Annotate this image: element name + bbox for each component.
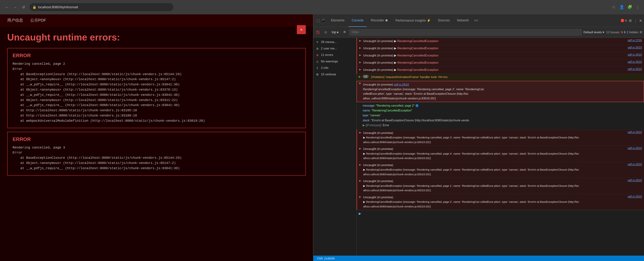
expand-arrow-8[interactable]: ▶ <box>359 131 362 134</box>
msg-source-8[interactable]: pdf.js:2610 <box>620 131 642 134</box>
msg-source-1[interactable]: pdf.js:2155 <box>620 39 642 42</box>
tab-network[interactable]: Network <box>454 14 472 27</box>
console-message-12[interactable]: ▶ Uncaught (in promise) ▶ RenderingCance… <box>356 194 644 210</box>
issues-badge-red: 🔴 6 <box>620 19 627 22</box>
expand-arrow-5[interactable]: ▶ <box>359 68 362 71</box>
msg-content-10: Uncaught (in promise) ▶ RenderingCancell… <box>363 163 619 177</box>
device-icon[interactable]: 📱 <box>321 18 326 23</box>
sidebar-item-label-user: 2 user me... <box>321 47 337 50</box>
expand-arrow-expanded[interactable]: ▶ <box>359 83 362 85</box>
error-icon: ⊗ <box>316 53 319 57</box>
error-label-1: ERROR <box>12 53 300 58</box>
messages-icon: ≡ <box>316 40 319 44</box>
tab-recorder[interactable]: Recorder ⏺ <box>368 14 392 27</box>
issues-info-badge: 6 <box>624 30 626 34</box>
page-title: Uncaught runtime errors: <box>0 26 313 46</box>
extension-icon[interactable]: 🧩 <box>627 4 632 10</box>
msg-content-violation: [Violation] 'requestAnimationFrame' hand… <box>371 75 642 79</box>
more-options-icon[interactable]: ⋮ <box>634 18 637 23</box>
expand-arrow-10[interactable]: ▶ <box>359 163 362 166</box>
settings-icon[interactable]: ⚙ <box>629 18 632 23</box>
tab-performance[interactable]: Performance insights ⚡ <box>392 14 434 27</box>
address-bar[interactable]: 🔒 localhost:8080/hlyInfo/small <box>30 3 174 11</box>
sidebar-item-errors[interactable]: ⊗ 11 errors <box>313 52 356 58</box>
clear-console-button[interactable]: 🚫 <box>315 29 321 35</box>
console-message-8[interactable]: ▶ Uncaught (in promise) ▶ RenderingCance… <box>356 130 644 146</box>
detail-stack: stack: "Error\n at BaseExceptionClosure … <box>363 118 642 123</box>
bookmark-icon[interactable]: ☆ <box>611 4 617 10</box>
devtools-panel: ⬚ 📱 Elements Console Recorder ⏺ Performa… <box>313 14 644 261</box>
console-message-9[interactable]: ▶ Uncaught (in promise) ▶ RenderingCance… <box>356 146 644 162</box>
page-nav: 用户信息 公示PDF <box>0 14 313 26</box>
msg-content-2: Uncaught (in promise) ▶ RenderingCancell… <box>363 46 619 51</box>
filter-toggle-button[interactable]: ⊙ <box>323 29 328 35</box>
expand-arrow-violation[interactable]: ▶ <box>359 75 361 78</box>
tab-console[interactable]: Console <box>348 14 367 27</box>
msg-source-9[interactable]: pdf.js:2610 <box>620 147 642 150</box>
sidebar-item-label-info: 2 info <box>321 66 328 70</box>
context-dropdown[interactable]: top ▾ <box>330 30 340 35</box>
expanded-details: message: "Rendering cancelled, page 2" 🔵… <box>356 102 644 130</box>
msg-source-4[interactable]: pdf.js:2610 <box>620 60 642 64</box>
settings-icon-2[interactable]: ⚙ <box>640 30 642 34</box>
issues-label: 12 Issues: <box>606 30 620 34</box>
close-devtools-icon[interactable]: ✕ <box>639 18 642 23</box>
console-message-5[interactable]: ▶ Uncaught (in promise) ▶ RenderingCance… <box>356 66 644 74</box>
expand-arrow-2[interactable]: ▶ <box>359 46 362 49</box>
forward-button[interactable]: → <box>12 4 18 10</box>
verbose-icon: ⚙ <box>316 73 319 76</box>
default-levels-dropdown[interactable]: Default levels ▾ <box>584 30 604 34</box>
browser-actions: ☆ 👤 🧩 ⋮ <box>611 4 640 10</box>
expand-arrow-3[interactable]: ▶ <box>359 53 362 56</box>
sidebar-item-label-warnings: No warnings <box>321 60 338 63</box>
expand-arrow-1[interactable]: ▶ <box>359 39 362 42</box>
sidebar-item-verbose[interactable]: ⚙ 15 verbose <box>313 71 356 78</box>
console-message-2[interactable]: ▶ Uncaught (in promise) ▶ RenderingCance… <box>356 45 644 52</box>
console-message-expanded[interactable]: ▶ Uncaught (in promise) pdf.js:2610 Rend… <box>356 81 644 102</box>
expand-arrow-11[interactable]: ▶ <box>359 179 362 182</box>
console-message-violation[interactable]: ▶ 15 [Violation] 'requestAnimationFrame'… <box>356 74 644 81</box>
expand-arrow-4[interactable]: ▶ <box>359 60 362 64</box>
expand-arrow-12[interactable]: ▶ <box>359 195 362 198</box>
console-prompt[interactable]: ▶ <box>356 210 644 217</box>
detail-message: message: "Rendering cancelled, page 2" 🔵 <box>363 103 642 108</box>
msg-source-5[interactable]: pdf.js:2610 <box>620 68 642 71</box>
console-message-3[interactable]: ▶ Uncaught (in promise) ▶ RenderingCance… <box>356 52 644 59</box>
console-message-4[interactable]: ▶ Uncaught (in promise) ▶ RenderingCance… <box>356 59 644 66</box>
more-tabs-button[interactable]: >> <box>473 19 480 22</box>
sidebar-item-label-verbose: 15 verbose <box>321 73 336 76</box>
msg-source-3[interactable]: pdf.js:2610 <box>620 53 642 56</box>
inspect-icon[interactable]: ⬚ <box>316 18 320 23</box>
msg-source-10[interactable]: pdf.js:2610 <box>620 163 642 166</box>
url-text: localhost:8080/hlyInfo/small <box>38 5 78 9</box>
close-button[interactable]: × <box>297 25 306 34</box>
tab-sources[interactable]: Sources <box>434 14 453 27</box>
nav-item-pdf[interactable]: 公示PDF <box>30 16 46 24</box>
issues-count: 12 Issues: 6 6 2 hidden ⚙ <box>606 30 642 34</box>
msg-content-expanded: Uncaught (in promise) pdf.js:2610 Render… <box>363 82 642 101</box>
tab-elements[interactable]: Elements <box>328 14 348 27</box>
detail-type: type: "canvas" <box>363 113 642 118</box>
error-label-2: ERROR <box>12 136 300 142</box>
back-button[interactable]: ← <box>4 4 10 10</box>
filter-input[interactable] <box>349 29 582 35</box>
devtools-tabs: ⬚ 📱 Elements Console Recorder ⏺ Performa… <box>313 14 644 27</box>
msg-source-2[interactable]: pdf.js:2610 <box>620 46 642 49</box>
console-message-1[interactable]: ▶ Uncaught (in promise) ▶ RenderingCance… <box>356 38 644 45</box>
console-message-11[interactable]: ▶ Uncaught (in promise) ▶ RenderingCance… <box>356 178 644 194</box>
reload-button[interactable]: ↺ <box>20 4 26 10</box>
detail-name: name: "RenderingCancelledException" <box>363 108 642 113</box>
sidebar-item-info[interactable]: ℹ 2 info <box>313 65 356 71</box>
sidebar-item-warnings[interactable]: ⚠ No warnings <box>313 58 356 65</box>
sidebar-item-all-messages[interactable]: ≡ 28 messa... <box>313 39 356 45</box>
menu-icon[interactable]: ⋮ <box>635 4 640 10</box>
profile-icon[interactable]: 👤 <box>619 4 624 10</box>
msg-source-12[interactable]: pdf.js:2610 <box>620 195 642 198</box>
nav-item-users[interactable]: 用户信息 <box>7 16 23 24</box>
eye-icon-button[interactable]: 👁 <box>342 29 348 35</box>
msg-source-11[interactable]: pdf.js:2610 <box>620 179 642 182</box>
detail-proto[interactable]: ▶ [[Prototype]]: Error <box>363 123 642 128</box>
sidebar-item-user-messages[interactable]: ⊘ 2 user me... <box>313 45 356 52</box>
console-message-10[interactable]: ▶ Uncaught (in promise) ▶ RenderingCance… <box>356 162 644 178</box>
expand-arrow-9[interactable]: ▶ <box>359 147 362 150</box>
